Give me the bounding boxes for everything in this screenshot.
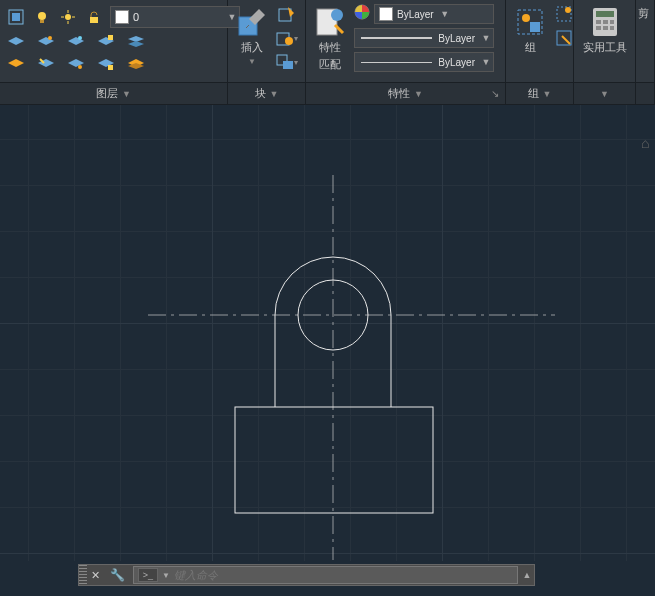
panel-title-layers[interactable]: 图层 ▼ bbox=[0, 82, 227, 104]
chevron-down-icon: ▼ bbox=[248, 57, 256, 66]
chevron-down-icon: ▼ bbox=[438, 9, 452, 19]
layer-tool-8-icon[interactable] bbox=[66, 56, 86, 72]
chevron-down-icon: ▼ bbox=[414, 89, 423, 99]
lineweight-value: ByLayer bbox=[438, 33, 475, 44]
layer-tool-3-icon[interactable] bbox=[66, 34, 86, 50]
panel-title-label: 图层 bbox=[96, 86, 118, 101]
group-edit-button[interactable] bbox=[554, 28, 576, 48]
insert-block-icon bbox=[236, 6, 268, 38]
color-wheel-icon[interactable] bbox=[354, 4, 372, 26]
layer-tool-4-icon[interactable] bbox=[96, 34, 116, 50]
svg-rect-35 bbox=[596, 26, 601, 30]
panel-title-clipboard[interactable] bbox=[636, 82, 654, 104]
svg-point-28 bbox=[565, 7, 571, 13]
svg-point-4 bbox=[65, 14, 71, 20]
clipboard-label: 剪 bbox=[638, 6, 649, 21]
svg-rect-1 bbox=[12, 13, 20, 21]
wrench-icon[interactable]: 🔧 bbox=[104, 568, 131, 582]
match-label-1: 特性 bbox=[319, 40, 341, 55]
layer-tool-2-icon[interactable] bbox=[36, 34, 56, 50]
calculator-icon bbox=[589, 6, 621, 38]
chevron-down-icon: ▼ bbox=[543, 89, 552, 99]
svg-rect-36 bbox=[603, 26, 608, 30]
svg-point-13 bbox=[78, 65, 82, 69]
svg-point-2 bbox=[38, 12, 46, 20]
linetype-dropdown[interactable]: ByLayer ▼ bbox=[354, 52, 494, 72]
panel-title-groups[interactable]: 组 ▼ bbox=[506, 82, 573, 104]
color-dropdown[interactable]: ByLayer ▼ bbox=[374, 4, 494, 24]
svg-rect-3 bbox=[40, 20, 44, 23]
chevron-up-icon[interactable]: ▲ bbox=[520, 570, 534, 580]
match-properties-icon bbox=[314, 6, 346, 38]
layer-color-swatch bbox=[115, 10, 129, 24]
insert-label: 插入 bbox=[241, 40, 263, 55]
svg-rect-37 bbox=[610, 26, 614, 30]
svg-rect-20 bbox=[283, 61, 293, 69]
block-attribute-button[interactable]: ▾ bbox=[276, 28, 298, 48]
svg-point-22 bbox=[331, 9, 343, 21]
chevron-down-icon[interactable]: ▼ bbox=[162, 571, 170, 580]
command-input[interactable] bbox=[174, 569, 517, 581]
panel-title-label: 块 bbox=[255, 86, 266, 101]
svg-rect-32 bbox=[596, 20, 601, 24]
svg-rect-26 bbox=[530, 22, 540, 32]
svg-rect-34 bbox=[610, 20, 614, 24]
chevron-down-icon: ▼ bbox=[270, 89, 279, 99]
panel-title-utilities[interactable]: ▼ bbox=[574, 82, 635, 104]
close-icon[interactable]: ✕ bbox=[87, 569, 104, 582]
color-value: ByLayer bbox=[397, 9, 434, 20]
layer-dropdown[interactable]: 0 ▼ bbox=[110, 6, 240, 28]
drawing-canvas[interactable]: ⌂ bbox=[0, 105, 655, 561]
svg-point-11 bbox=[78, 36, 82, 40]
current-layer-name: 0 bbox=[133, 11, 225, 23]
block-edit-button[interactable] bbox=[276, 4, 298, 24]
drag-handle-icon[interactable] bbox=[79, 565, 87, 585]
panel-title-blocks[interactable]: 块 ▼ bbox=[228, 82, 305, 104]
insert-button[interactable]: 插入 ▼ bbox=[234, 4, 270, 68]
linetype-value: ByLayer bbox=[438, 57, 475, 68]
lineweight-dropdown[interactable]: ByLayer ▼ bbox=[354, 28, 494, 48]
svg-rect-31 bbox=[596, 11, 614, 17]
group-icon bbox=[514, 6, 546, 38]
match-label-2: 匹配 bbox=[319, 57, 341, 72]
chevron-down-icon: ▼ bbox=[600, 89, 609, 99]
layer-tool-7-icon[interactable] bbox=[36, 56, 56, 72]
layer-tool-1-icon[interactable] bbox=[6, 34, 26, 50]
svg-rect-14 bbox=[108, 65, 113, 70]
layer-tool-6-icon[interactable] bbox=[6, 56, 26, 72]
group-label: 组 bbox=[525, 40, 536, 55]
panel-title-properties[interactable]: 特性 ▼ ↘ bbox=[306, 82, 505, 104]
group-button[interactable]: 组 bbox=[512, 4, 548, 57]
panel-title-label: 特性 bbox=[388, 86, 410, 101]
sun-icon[interactable] bbox=[58, 9, 78, 25]
command-line: ✕ 🔧 >_ ▼ ▲ bbox=[78, 564, 535, 586]
layer-tool-5-icon[interactable] bbox=[126, 34, 146, 50]
panel-title-label: 组 bbox=[528, 86, 539, 101]
cad-drawing bbox=[0, 105, 655, 561]
chevron-down-icon: ▼ bbox=[122, 89, 131, 99]
svg-rect-12 bbox=[108, 35, 113, 40]
svg-point-25 bbox=[522, 14, 530, 22]
ungroup-button[interactable] bbox=[554, 4, 576, 24]
svg-point-18 bbox=[285, 37, 293, 45]
svg-point-10 bbox=[48, 36, 52, 40]
utilities-button[interactable]: 实用工具 bbox=[581, 4, 629, 57]
bulb-on-icon[interactable] bbox=[32, 9, 52, 25]
lock-open-icon[interactable] bbox=[84, 9, 104, 25]
svg-rect-43 bbox=[235, 407, 433, 513]
layer-tool-10-icon[interactable] bbox=[126, 56, 146, 72]
chevron-down-icon: ▼ bbox=[479, 33, 493, 43]
block-define-button[interactable]: ▾ bbox=[276, 52, 298, 72]
color-swatch bbox=[379, 7, 393, 21]
utilities-label: 实用工具 bbox=[583, 40, 627, 55]
layer-tool-9-icon[interactable] bbox=[96, 56, 116, 72]
svg-rect-9 bbox=[90, 17, 98, 23]
match-properties-button[interactable]: 特性 匹配 bbox=[312, 4, 348, 74]
nav-home-icon[interactable]: ⌂ bbox=[641, 135, 651, 145]
svg-rect-33 bbox=[603, 20, 608, 24]
command-prompt-icon: >_ bbox=[138, 568, 158, 582]
dialog-launcher-icon[interactable]: ↘ bbox=[491, 88, 499, 99]
chevron-down-icon: ▼ bbox=[479, 57, 493, 67]
layer-state-icon[interactable] bbox=[6, 9, 26, 25]
